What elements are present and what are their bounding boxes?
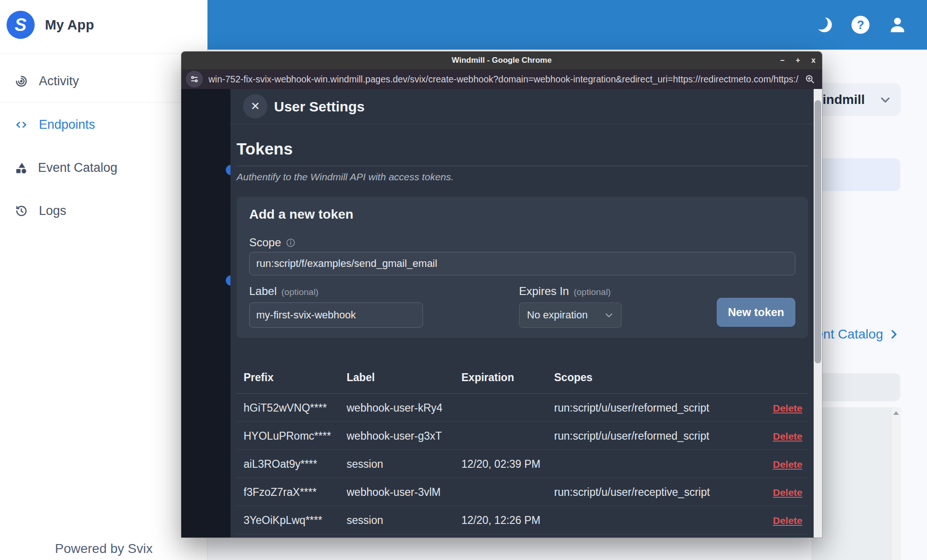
sidebar-item-label: Activity xyxy=(39,74,79,88)
window-titlebar[interactable]: Windmill - Google Chrome – + x xyxy=(181,52,822,69)
close-icon: ✕ xyxy=(251,100,260,113)
scope-input[interactable] xyxy=(249,252,795,275)
sidebar-item-label: Endpoints xyxy=(39,118,95,132)
token-scopes: run:script/u/user/reformed_script xyxy=(554,422,760,449)
token-label: session xyxy=(347,506,461,534)
maximize-button[interactable]: + xyxy=(796,52,800,69)
site-settings-icon xyxy=(190,74,199,84)
event-catalog-link[interactable]: ent Catalog xyxy=(816,327,900,342)
sidebar-item-label: Event Catalog xyxy=(38,161,118,175)
token-label: webhook-user-kRy4 xyxy=(347,394,461,421)
add-token-card: Add a new token Scope Label (optional) xyxy=(237,197,808,338)
delete-token-link[interactable]: Delete xyxy=(773,403,802,413)
token-expiration: 12/20, 12:26 PM xyxy=(461,506,554,534)
token-prefix: hGiT52wVNQ**** xyxy=(237,394,347,421)
delete-token-link[interactable]: Delete xyxy=(773,487,802,498)
col-header-label: Label xyxy=(347,361,461,393)
svix-logo-icon: S xyxy=(7,11,35,39)
table-row: aiL3ROat9y**** session 12/20, 02:39 PM D… xyxy=(237,450,808,478)
background-info-box xyxy=(811,158,900,191)
sidebar-item-label: Logs xyxy=(39,204,67,218)
site-settings-button[interactable] xyxy=(186,71,203,88)
token-prefix: aiL3ROat9y**** xyxy=(237,450,347,478)
portal-topbar: ? xyxy=(208,0,927,50)
window-controls: – + x xyxy=(780,52,816,69)
user-icon xyxy=(888,15,907,35)
tokens-table: Prefix Label Expiration Scopes hGiT52wVN… xyxy=(237,361,808,534)
delete-token-link[interactable]: Delete xyxy=(773,515,802,526)
user-settings-modal: ✕ User Settings Tokens Authentify to the… xyxy=(230,89,814,538)
token-prefix: 3YeOiKpLwq**** xyxy=(237,506,347,534)
history-icon xyxy=(14,204,29,218)
col-header-scopes: Scopes xyxy=(554,361,760,393)
token-scopes xyxy=(554,506,760,534)
table-row: HYOLuPRomc**** webhook-user-g3xT run:scr… xyxy=(237,422,808,450)
modal-title: User Settings xyxy=(274,89,364,124)
label-field-label: Label (optional) xyxy=(249,285,319,298)
scrollbar-thumb[interactable] xyxy=(815,100,821,363)
token-label: webhook-user-g3xT xyxy=(347,422,461,449)
app-brand: S My App xyxy=(7,6,94,44)
zoom-icon[interactable] xyxy=(804,74,816,85)
expires-text: Expires In xyxy=(519,285,569,298)
chevron-down-icon xyxy=(603,309,615,321)
modal-header: ✕ User Settings xyxy=(230,89,814,124)
sidebar-item-activity[interactable]: Activity xyxy=(0,66,208,96)
col-header-actions xyxy=(760,361,808,393)
optional-text: (optional) xyxy=(574,287,611,297)
divider xyxy=(0,53,208,54)
event-catalog-link-label: ent Catalog xyxy=(816,327,883,342)
sidebar-item-event-catalog[interactable]: Event Catalog xyxy=(0,152,208,183)
table-row: 3YeOiKpLwq**** session 12/20, 12:26 PM D… xyxy=(237,506,808,534)
optional-text: (optional) xyxy=(282,287,319,297)
moon-icon xyxy=(816,16,833,34)
address-bar[interactable]: win-752-fix-svix-webhook-win.windmill.pa… xyxy=(181,69,822,89)
close-window-button[interactable]: x xyxy=(811,52,816,69)
powered-by-svix: Powered by Svix xyxy=(0,541,208,556)
label-text: Label xyxy=(249,285,277,298)
add-token-heading: Add a new token xyxy=(249,207,353,222)
scroll-up-arrow-icon[interactable] xyxy=(893,411,899,415)
token-label: webhook-user-3vlM xyxy=(347,478,461,506)
panel-scrollbar[interactable] xyxy=(891,407,901,560)
svg-text:?: ? xyxy=(857,18,864,31)
new-token-button[interactable]: New token xyxy=(717,298,795,327)
org-selector-dropdown[interactable]: indmill xyxy=(815,83,901,116)
token-expiration: 12/20, 02:39 PM xyxy=(461,450,554,478)
token-scopes: run:script/u/user/reformed_script xyxy=(554,394,760,421)
token-scopes xyxy=(554,450,760,478)
table-header-row: Prefix Label Expiration Scopes xyxy=(237,361,808,394)
background-row-box xyxy=(811,373,900,401)
delete-token-link[interactable]: Delete xyxy=(773,459,802,470)
info-icon[interactable] xyxy=(286,238,296,248)
expires-selected-value: No expiration xyxy=(527,309,588,321)
url-text[interactable]: win-752-fix-svix-webhook-win.windmill.pa… xyxy=(208,74,799,85)
minimize-button[interactable]: – xyxy=(780,52,785,69)
divider xyxy=(0,102,208,103)
shapes-icon xyxy=(14,161,28,175)
token-prefix: f3FzoZ7raX**** xyxy=(237,478,347,506)
sidebar-item-logs[interactable]: Logs xyxy=(0,195,208,226)
user-menu-button[interactable] xyxy=(888,15,907,35)
scope-label: Scope xyxy=(249,236,281,249)
desktop: indmill ent Catalog ? xyxy=(0,0,927,560)
window-title: Windmill - Google Chrome xyxy=(452,56,551,65)
help-button[interactable]: ? xyxy=(850,15,871,35)
tokens-subtitle: Authentify to the Windmill API with acce… xyxy=(237,171,454,183)
delete-token-link[interactable]: Delete xyxy=(773,431,802,442)
label-input[interactable] xyxy=(249,302,423,328)
expires-select[interactable]: No expiration xyxy=(519,302,622,328)
token-scopes: run:script/u/user/receptive_script xyxy=(554,478,760,506)
dark-mode-toggle[interactable] xyxy=(816,16,833,34)
sidebar: S My App Activity Endpoints xyxy=(0,0,208,560)
page-scrollbar[interactable] xyxy=(814,89,822,538)
col-header-expiration: Expiration xyxy=(461,361,554,393)
help-icon: ? xyxy=(850,15,871,35)
browser-viewport: ✕ User Settings Tokens Authentify to the… xyxy=(181,89,822,538)
expires-field-label: Expires In (optional) xyxy=(519,285,611,298)
close-modal-button[interactable]: ✕ xyxy=(243,94,267,118)
code-icon xyxy=(14,118,29,132)
sidebar-item-endpoints[interactable]: Endpoints xyxy=(0,109,208,140)
activity-icon xyxy=(14,74,29,88)
table-row: hGiT52wVNQ**** webhook-user-kRy4 run:scr… xyxy=(237,394,808,422)
